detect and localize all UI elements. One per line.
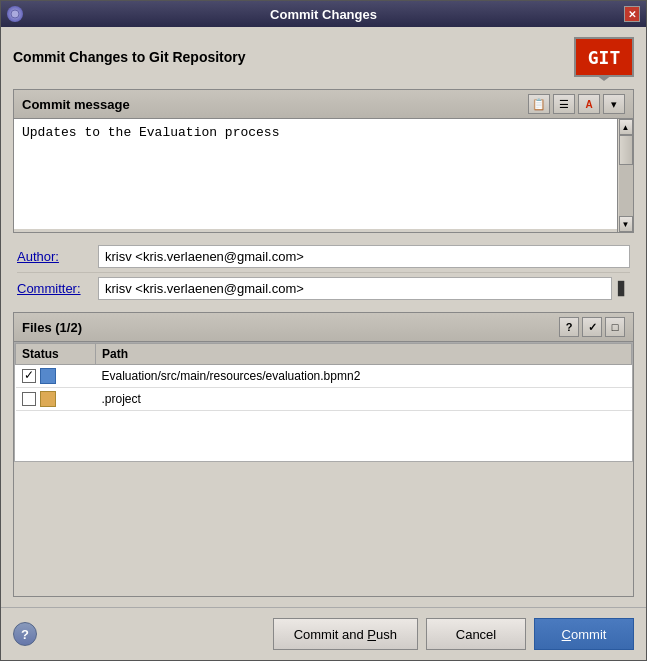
file-1-checkbox[interactable] [22,369,36,383]
commit-message-input[interactable] [14,119,617,229]
files-check-all-btn[interactable]: ✓ [582,317,602,337]
files-uncheck-all-btn[interactable]: □ [605,317,625,337]
file-1-status [16,365,96,388]
committer-value: krisv <kris.verlaenen@gmail.com> [98,277,612,300]
toolbar-btn-dropdown[interactable]: ▾ [603,94,625,114]
cursor-indicator: ▋ [618,281,630,296]
commit-message-header: Commit message 📋 ☰ A ▾ [14,90,633,119]
bottom-buttons: Commit and Push Cancel Commit [273,618,634,650]
close-button[interactable]: ✕ [624,6,640,22]
author-label: Author: [17,249,92,264]
commit-message-toolbar: 📋 ☰ A ▾ [528,94,625,114]
files-section: Files (1/2) ? ✓ □ Status Path [13,312,634,597]
commit-message-area: ▲ ▼ [14,119,633,232]
file-diff-icon [40,391,56,407]
scroll-up[interactable]: ▲ [619,119,633,135]
window-title: Commit Changes [23,7,624,22]
status-cell-2 [22,391,90,407]
toolbar-btn-list[interactable]: ☰ [553,94,575,114]
file-2-checkbox[interactable] [22,392,36,406]
commit-message-title: Commit message [22,97,130,112]
help-button[interactable]: ? [13,622,37,646]
window-icon [7,6,23,22]
commit-button[interactable]: Commit [534,618,634,650]
files-toolbar: ? ✓ □ [559,317,625,337]
files-title: Files (1/2) [22,320,82,335]
scroll-down[interactable]: ▼ [619,216,633,232]
file-modified-icon [40,368,56,384]
scrollbar-vertical[interactable]: ▲ ▼ [617,119,633,232]
author-row: Author: krisv <kris.verlaenen@gmail.com> [17,241,630,272]
author-value: krisv <kris.verlaenen@gmail.com> [98,245,630,268]
status-column-header: Status [16,344,96,365]
table-row: Evaluation/src/main/resources/evaluation… [16,365,632,388]
toolbar-btn-clipboard[interactable]: 📋 [528,94,550,114]
files-header: Files (1/2) ? ✓ □ [14,313,633,342]
status-cell-1 [22,368,90,384]
cancel-button[interactable]: Cancel [426,618,526,650]
files-help-btn[interactable]: ? [559,317,579,337]
content-area: Commit Changes to Git Repository GIT Com… [1,27,646,607]
page-title: Commit Changes to Git Repository [13,49,246,65]
path-column-header: Path [96,344,632,365]
window: Commit Changes ✕ Commit Changes to Git R… [0,0,647,661]
svg-point-0 [11,10,19,18]
git-logo: GIT [574,37,634,77]
bottom-bar: ? Commit and Push Cancel Commit [1,607,646,660]
titlebar: Commit Changes ✕ [1,1,646,27]
header-row: Commit Changes to Git Repository GIT [13,37,634,77]
files-table: Status Path [15,343,632,411]
files-table-header: Status Path [16,344,632,365]
commit-message-section: Commit message 📋 ☰ A ▾ ▲ ▼ [13,89,634,233]
committer-row: Committer: krisv <kris.verlaenen@gmail.c… [17,273,630,304]
file-1-path: Evaluation/src/main/resources/evaluation… [96,365,632,388]
scroll-thumb[interactable] [619,135,633,165]
commit-and-push-button[interactable]: Commit and Push [273,618,418,650]
file-2-path: .project [96,388,632,411]
scroll-track [619,135,633,216]
bottom-left: ? [13,622,37,646]
toolbar-btn-format[interactable]: A [578,94,600,114]
author-committer-section: Author: krisv <kris.verlaenen@gmail.com>… [13,241,634,304]
committer-label: Committer: [17,281,92,296]
files-table-container: Status Path [14,342,633,462]
table-row: .project [16,388,632,411]
file-2-status [16,388,96,411]
